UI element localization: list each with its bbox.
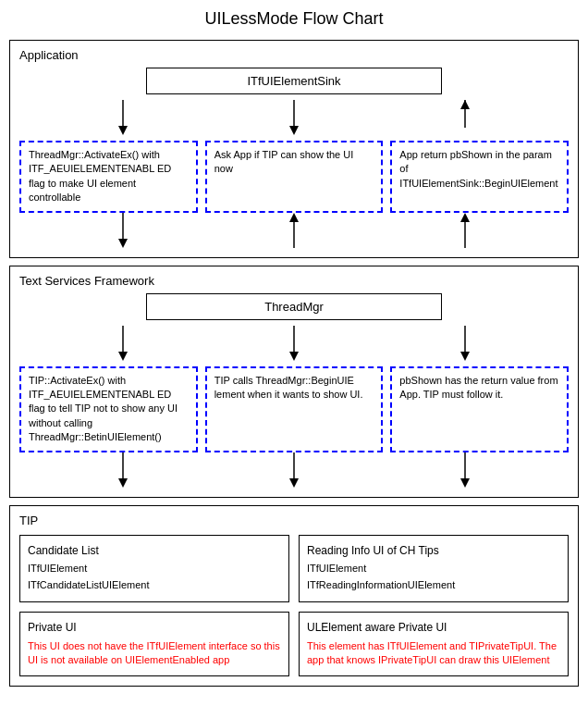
app-arrows-down	[26, 100, 562, 135]
svg-marker-7	[118, 239, 128, 248]
tip-ulelement-box: ULElement aware Private UI This element …	[299, 612, 569, 676]
tsf-middle-dashed-box: TIP calls ThreadMgr::BeginUIE lement whe…	[205, 366, 384, 452]
tip-reading-info-sub2: ITfReadingInformationUIElement	[307, 578, 560, 592]
tsf-arrows-bottom	[26, 452, 562, 488]
svg-marker-21	[289, 478, 299, 488]
svg-marker-9	[289, 213, 299, 222]
application-label: Application	[19, 48, 569, 62]
svg-marker-5	[460, 100, 470, 109]
app-right-dashed-box: App return pbShown in the param of ITfUI…	[390, 141, 569, 213]
svg-marker-3	[289, 126, 299, 135]
tsf-left-dashed-box: TIP::ActivateEx() with ITF_AEUIELEMENTEN…	[19, 366, 198, 452]
tip-private-ui-text: This UI does not have the ITfUIElement i…	[28, 639, 281, 668]
svg-marker-17	[460, 352, 470, 361]
tip-box: TIP Candidate List ITfUIElement ITfCandi…	[9, 505, 579, 687]
application-center-element: ITfUIElementSink	[146, 68, 442, 94]
tsf-right-dashed-box: pbShown has the return value from App. T…	[390, 366, 569, 452]
tip-reading-info-sub1: ITfUIElement	[307, 562, 560, 576]
application-dashed-row: ThreadMgr::ActivateEx() with ITF_AEUIELE…	[19, 141, 569, 213]
app-middle-dashed-box: Ask App if TIP can show the UI now	[205, 141, 384, 213]
svg-marker-1	[118, 126, 128, 135]
tip-ulelement-title: ULElement aware Private UI	[307, 620, 560, 636]
app-arrows-bottom	[26, 213, 562, 248]
application-box: Application ITfUIElementSink ThreadMgr::…	[9, 40, 579, 258]
tip-ulelement-text: This element has ITfUIElement and TIPriv…	[307, 639, 560, 668]
svg-marker-23	[460, 478, 470, 488]
app-left-dashed-box: ThreadMgr::ActivateEx() with ITF_AEUIELE…	[19, 141, 198, 213]
tsf-center-element: ThreadMgr	[146, 293, 442, 320]
page-title: UILessMode Flow Chart	[9, 9, 579, 29]
tip-grid: Candidate List ITfUIElement ITfCandidate…	[19, 535, 569, 676]
tsf-dashed-row: TIP::ActivateEx() with ITF_AEUIELEMENTEN…	[19, 366, 569, 452]
tip-candidate-list-title: Candidate List	[28, 543, 281, 559]
tip-candidate-list-box: Candidate List ITfUIElement ITfCandidate…	[19, 535, 289, 603]
tip-candidate-list-sub1: ITfUIElement	[28, 562, 281, 576]
tip-candidate-list-sub2: ITfCandidateListUIElement	[28, 578, 281, 592]
tsf-box: Text Services Framework ThreadMgr TIP::A…	[9, 266, 579, 498]
svg-marker-19	[118, 478, 128, 488]
tip-private-ui-box: Private UI This UI does not have the ITf…	[19, 612, 289, 676]
tsf-arrows-down	[26, 326, 562, 361]
svg-marker-15	[289, 352, 299, 361]
svg-marker-13	[118, 352, 128, 361]
tip-reading-info-box: Reading Info UI of CH Tips ITfUIElement …	[299, 535, 569, 603]
tip-private-ui-title: Private UI	[28, 620, 281, 636]
tip-reading-info-title: Reading Info UI of CH Tips	[307, 543, 560, 559]
tsf-label: Text Services Framework	[19, 274, 569, 288]
tip-label: TIP	[19, 514, 569, 527]
svg-marker-11	[460, 213, 470, 222]
